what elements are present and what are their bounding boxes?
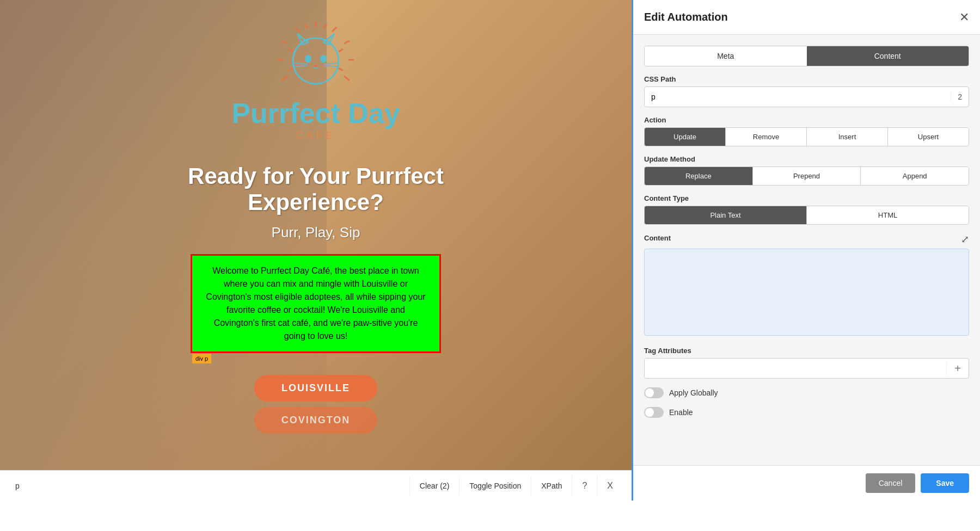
css-path-label: CSS Path	[644, 75, 969, 83]
svg-line-1	[332, 27, 336, 32]
content-field-label: Content	[644, 234, 671, 242]
tag-attr-add-icon[interactable]: +	[946, 362, 969, 375]
method-prepend-btn[interactable]: Prepend	[753, 167, 861, 185]
louisville-button[interactable]: LOUISVILLE	[254, 375, 377, 402]
content-header: Content ⤢	[644, 233, 969, 245]
svg-point-15	[293, 38, 339, 84]
css-selector-input[interactable]	[9, 477, 409, 495]
tab-row: Meta Content	[644, 46, 969, 66]
tag-attributes-row: +	[644, 358, 969, 379]
type-html-btn[interactable]: HTML	[807, 206, 969, 224]
content-type-label: Content Type	[644, 194, 969, 202]
svg-line-2	[344, 41, 350, 44]
svg-line-22	[294, 66, 308, 66]
content-textarea[interactable]	[644, 249, 969, 336]
apply-globally-row: Apply Globally	[644, 387, 969, 398]
main-container: Purrfect Day CAFE Ready for Your Purrfec…	[0, 0, 980, 531]
apply-globally-label: Apply Globally	[669, 388, 718, 397]
svg-line-11	[339, 49, 343, 52]
apply-globally-toggle[interactable]	[644, 387, 664, 398]
brand-sub: CAFE	[296, 130, 335, 141]
svg-line-4	[344, 76, 350, 81]
preview-area: Purrfect Day CAFE Ready for Your Purrfec…	[0, 0, 632, 501]
page-subheadline: Purr, Play, Sip	[272, 224, 360, 241]
panel-footer: Cancel Save	[633, 465, 980, 501]
svg-point-19	[320, 55, 327, 63]
update-method-label: Update Method	[644, 155, 969, 163]
element-label: div p	[192, 354, 211, 364]
highlighted-paragraph: Welcome to Purrfect Day Café, the best p…	[191, 254, 441, 353]
svg-line-8	[282, 76, 287, 81]
svg-point-18	[305, 55, 311, 63]
action-update-btn[interactable]: Update	[645, 128, 726, 146]
svg-line-5	[295, 27, 299, 32]
svg-line-12	[339, 68, 343, 71]
page-content: Purrfect Day CAFE Ready for Your Purrfec…	[0, 0, 632, 501]
css-path-count: 2	[951, 92, 969, 101]
update-method-button-group: Replace Prepend Append	[644, 166, 969, 186]
bottom-close-button[interactable]: X	[597, 476, 623, 496]
svg-line-10	[305, 24, 308, 28]
covington-button[interactable]: COVINGTON	[254, 407, 378, 434]
svg-line-24	[324, 66, 338, 66]
panel-close-button[interactable]: ✕	[959, 10, 969, 24]
highlighted-text: Welcome to Purrfect Day Café, the best p…	[206, 266, 425, 341]
update-method-section: Update Method Replace Prepend Append	[644, 155, 969, 186]
panel-header: Edit Automation ✕	[633, 0, 980, 35]
button-area: LOUISVILLE COVINGTON	[254, 375, 378, 434]
content-type-section: Content Type Plain Text HTML	[644, 194, 969, 225]
logo-area: Purrfect Day CAFE	[231, 22, 400, 141]
svg-line-13	[289, 49, 293, 52]
svg-line-21	[294, 63, 308, 64]
svg-line-14	[289, 68, 293, 71]
cat-logo-icon	[278, 22, 354, 98]
help-button[interactable]: ?	[572, 476, 597, 496]
enable-row: Enable	[644, 407, 969, 418]
action-label: Action	[644, 116, 969, 124]
toggle-knob	[645, 388, 654, 397]
clear-button[interactable]: Clear (2)	[409, 476, 459, 496]
content-section: Content ⤢	[644, 233, 969, 338]
tab-meta[interactable]: Meta	[645, 46, 807, 66]
action-button-group: Update Remove Insert Upsert	[644, 127, 969, 146]
action-insert-btn[interactable]: Insert	[807, 128, 888, 146]
css-path-field[interactable]	[645, 87, 951, 107]
svg-line-9	[324, 24, 327, 28]
brand-name: Purrfect Day	[231, 98, 400, 129]
bottom-bar: Clear (2) Toggle Position XPath ? X	[0, 470, 632, 501]
cancel-button[interactable]: Cancel	[866, 473, 916, 493]
enable-toggle-knob	[645, 408, 654, 417]
method-append-btn[interactable]: Append	[861, 167, 969, 185]
toggle-position-button[interactable]: Toggle Position	[459, 476, 531, 496]
tab-content[interactable]: Content	[807, 46, 969, 66]
tag-attributes-label: Tag Attributes	[644, 347, 969, 355]
svg-marker-20	[314, 64, 318, 67]
tag-attributes-input[interactable]	[645, 359, 946, 378]
panel-body: Meta Content CSS Path 2 Action Update Re…	[633, 35, 980, 465]
page-headline: Ready for Your Purrfect Experience?	[180, 163, 452, 215]
edit-automation-panel: Edit Automation ✕ Meta Content CSS Path …	[632, 0, 980, 501]
action-upsert-btn[interactable]: Upsert	[888, 128, 969, 146]
svg-line-6	[282, 41, 287, 44]
action-section: Action Update Remove Insert Upsert	[644, 116, 969, 146]
xpath-button[interactable]: XPath	[531, 476, 572, 496]
content-type-group: Plain Text HTML	[644, 206, 969, 225]
method-replace-btn[interactable]: Replace	[645, 167, 753, 185]
enable-label: Enable	[669, 408, 693, 417]
enable-toggle[interactable]	[644, 407, 664, 418]
expand-content-button[interactable]: ⤢	[961, 233, 969, 245]
css-path-row: 2	[644, 87, 969, 107]
save-button[interactable]: Save	[921, 473, 969, 493]
tag-attributes-section: Tag Attributes +	[644, 347, 969, 379]
action-remove-btn[interactable]: Remove	[726, 128, 807, 146]
type-plaintext-btn[interactable]: Plain Text	[645, 206, 807, 224]
svg-line-23	[324, 63, 338, 64]
css-path-section: CSS Path 2	[644, 75, 969, 107]
panel-title: Edit Automation	[644, 11, 728, 23]
